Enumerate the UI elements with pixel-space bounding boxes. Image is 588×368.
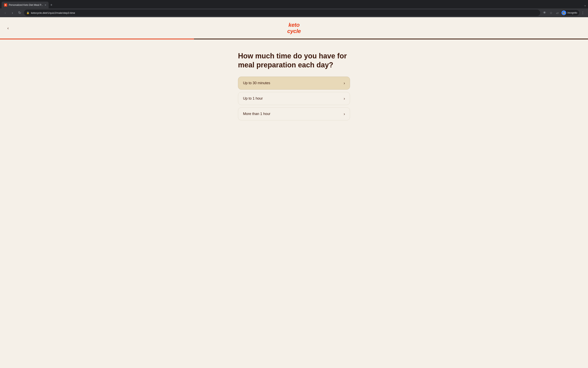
option-label: More than 1 hour [243, 112, 270, 116]
address-bar[interactable]: 🔒 ketocycle.diet/1/quiz2/male/step3-time [24, 9, 540, 16]
chevron-icon: › [344, 81, 345, 85]
back-button[interactable]: ‹ [5, 25, 11, 31]
camera-icon[interactable]: 👁 [542, 10, 547, 16]
logo-line2: cycle [287, 28, 301, 34]
tab-title: Personalized Keto Diet Meal P... [9, 4, 43, 6]
url-text: ketocycle.diet/1/quiz2/male/step3-time [31, 11, 538, 14]
progress-bar-fill [0, 39, 194, 39]
page-main: How much time do you have for meal prepa… [234, 39, 354, 129]
split-window-icon[interactable]: ▱ [555, 10, 560, 16]
more-menu-icon[interactable]: ⋮ [580, 10, 586, 16]
forward-nav-icon[interactable]: › [9, 10, 15, 16]
option-label: Up to 30 minutes [243, 81, 270, 85]
tab-favicon: K [4, 3, 7, 7]
option-up-to-1-hour[interactable]: Up to 1 hour › [238, 92, 350, 105]
toolbar-actions: 👁 ☆ ▱ 🕵 Incognito ⋮ [542, 10, 586, 16]
lock-icon: 🔒 [26, 11, 29, 14]
question-title: How much time do you have for meal prepa… [238, 51, 350, 69]
browser-toolbar: ‹ › ↻ 🔒 ketocycle.diet/1/quiz2/male/step… [0, 9, 588, 17]
option-label: Up to 1 hour [243, 96, 263, 101]
tab-dropdown-icon[interactable]: ⌄ [584, 3, 586, 7]
page-content: ‹ keto cycle How much time do you have f… [0, 17, 588, 368]
options-list: Up to 30 minutes › Up to 1 hour › More t… [238, 77, 350, 120]
option-more-than-1-hour[interactable]: More than 1 hour › [238, 107, 350, 120]
tab-close-icon[interactable]: × [45, 3, 46, 7]
tab-bar: K Personalized Keto Diet Meal P... × + ⌄ [0, 0, 588, 9]
profile-button[interactable]: 🕵 Incognito [561, 10, 579, 16]
progress-bar-track [0, 39, 588, 39]
reload-icon[interactable]: ↻ [17, 10, 22, 16]
option-up-to-30-minutes[interactable]: Up to 30 minutes › [238, 77, 350, 90]
profile-label: Incognito [567, 11, 577, 14]
avatar: 🕵 [561, 10, 566, 15]
back-nav-icon[interactable]: ‹ [2, 10, 8, 16]
active-tab[interactable]: K Personalized Keto Diet Meal P... × [2, 2, 49, 9]
bookmark-icon[interactable]: ☆ [548, 10, 554, 16]
page-header: ‹ keto cycle [0, 17, 588, 39]
logo: keto cycle [287, 22, 301, 34]
new-tab-icon[interactable]: + [50, 3, 52, 7]
browser-window: K Personalized Keto Diet Meal P... × + ⌄… [0, 0, 588, 17]
chevron-icon: › [344, 112, 345, 116]
chevron-icon: › [344, 96, 345, 101]
logo-line1: keto [288, 22, 300, 28]
